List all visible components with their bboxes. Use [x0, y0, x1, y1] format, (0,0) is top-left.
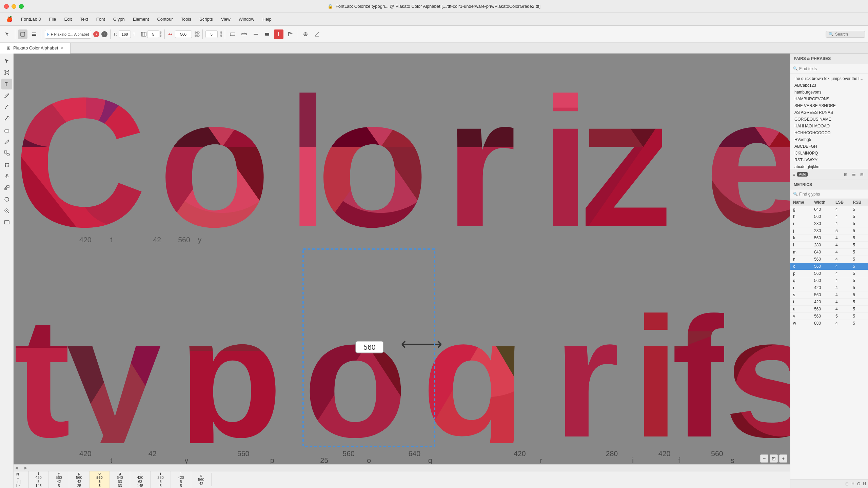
phrase-item[interactable]: HAMBURGEVONS [790, 96, 868, 102]
menu-element[interactable]: Element [130, 15, 153, 23]
toolbar-kern-btn[interactable] [274, 29, 283, 39]
width-input[interactable] [175, 30, 192, 38]
maximize-button[interactable] [19, 4, 24, 9]
apple-menu[interactable]: 🍎 [3, 16, 16, 22]
find-glyphs-input[interactable] [799, 192, 865, 197]
phrase-item[interactable]: HAHHAOHAOOAO [790, 123, 868, 129]
tab-plakato[interactable]: ⊞ Plakato Color Alphabet ✕ [0, 43, 71, 54]
view-detail-icon[interactable]: ⊟ [859, 171, 865, 178]
menu-scripts[interactable]: Scripts [196, 15, 216, 23]
menu-help[interactable]: Help [259, 15, 275, 23]
toolbar-flag-btn[interactable] [285, 29, 295, 39]
phrase-item[interactable]: ABCabc123 [790, 82, 868, 89]
tool-eraser[interactable] [1, 125, 12, 136]
glyph-table-row[interactable]: p56045 [790, 270, 868, 277]
phrase-item[interactable]: abcdefghijklm [790, 163, 868, 169]
tool-text[interactable]: T [1, 79, 12, 89]
toolbar-search-input[interactable] [835, 32, 862, 37]
glyph-table-row[interactable]: q56045 [790, 277, 868, 284]
toolbar-angle-btn[interactable] [312, 29, 322, 39]
phrase-item[interactable]: hamburgevons [790, 89, 868, 96]
metrics-icon-2[interactable]: H [851, 482, 854, 486]
menu-view[interactable]: View [218, 15, 234, 23]
tool-brush[interactable] [1, 113, 12, 124]
glyph-table-row[interactable]: j28055 [790, 227, 868, 235]
menu-tools[interactable]: Tools [178, 15, 195, 23]
tool-rectangle[interactable] [1, 217, 12, 228]
font-selector[interactable]: F F Plakato C... Alphabet [45, 30, 91, 39]
tool-node[interactable] [1, 67, 12, 78]
zoom-in-btn[interactable]: + [779, 454, 787, 463]
menu-font[interactable]: Font [93, 15, 108, 23]
glyph-table-row[interactable]: n56045 [790, 256, 868, 263]
tool-shapes[interactable] [1, 148, 12, 159]
tool-transform[interactable] [1, 159, 12, 170]
glyph-table-row[interactable]: m84045 [790, 249, 868, 256]
glyph-table-row[interactable]: k56045 [790, 235, 868, 242]
toolbar-metrics-btn[interactable] [228, 29, 237, 39]
close-button[interactable] [4, 4, 9, 9]
metrics-icon-4[interactable]: H [863, 482, 866, 486]
tool-pen[interactable] [1, 102, 12, 113]
phrase-item[interactable]: GORGEOUS NAME [790, 116, 868, 123]
canvas-area[interactable]: C o l o r i z e [14, 54, 790, 488]
menu-glyph[interactable]: Glyph [110, 15, 128, 23]
font-fill-indicator[interactable]: ○ [101, 31, 107, 37]
phrase-item[interactable]: IJKLMNOPQ [790, 150, 868, 157]
glyph-table-row[interactable]: s56045 [790, 291, 868, 299]
menu-edit[interactable]: Edit [61, 15, 75, 23]
phrase-item[interactable]: HVxehg5 [790, 136, 868, 143]
phrase-item[interactable]: RSTUVWXY [790, 157, 868, 163]
tool-pencil[interactable] [1, 90, 12, 101]
glyph-table-row[interactable]: l28045 [790, 242, 868, 249]
phrase-item[interactable]: ABCDEFGH [790, 143, 868, 150]
find-texts-input[interactable] [799, 66, 865, 71]
glyph-table-row[interactable]: o56045 [790, 263, 868, 270]
glyph-table-row[interactable]: r42045 [790, 284, 868, 291]
glyph-table-row[interactable]: v56055 [790, 313, 868, 320]
toolbar-color-btn[interactable] [301, 29, 310, 39]
glyph-table-row[interactable]: w88045 [790, 320, 868, 327]
toolbar-line-btn[interactable] [251, 29, 260, 39]
view-list-icon[interactable]: ☰ [850, 171, 857, 178]
metrics-scroll-bar[interactable]: ◀ ▶ [14, 465, 790, 471]
glyph-table-row[interactable]: h56045 [790, 213, 868, 220]
phrase-item[interactable]: HCHHCOHCOOCO [790, 129, 868, 136]
column1-input[interactable] [147, 30, 159, 38]
font-color-indicator[interactable]: ● [93, 31, 99, 37]
toolbar-box-btn[interactable] [262, 29, 272, 39]
menu-text[interactable]: Text [77, 15, 92, 23]
toolbar-mode-select[interactable] [3, 29, 12, 39]
tool-anchor[interactable] [1, 171, 12, 182]
tool-pointer[interactable] [1, 56, 12, 66]
tool-knife[interactable] [1, 136, 12, 147]
toolbar-preview-btn[interactable] [18, 29, 27, 39]
tool-measure[interactable] [1, 194, 12, 205]
rsb-input[interactable] [205, 30, 218, 38]
menu-window[interactable]: Window [235, 15, 258, 23]
phrase-item[interactable]: SHE VERSE ASHORE [790, 102, 868, 109]
scroll-arrow-left[interactable]: ◀ [15, 466, 18, 470]
view-grid-icon[interactable]: ⊞ [842, 171, 849, 178]
tab-close-icon[interactable]: ✕ [61, 46, 63, 50]
tool-zoom[interactable] [1, 205, 12, 216]
zoom-out-btn[interactable]: − [760, 454, 768, 463]
zoom-fit-btn[interactable]: ⊡ [770, 454, 778, 463]
toolbar-panel-btn[interactable] [29, 29, 39, 39]
scroll-arrow-right[interactable]: ▶ [24, 466, 27, 470]
menu-file[interactable]: File [46, 15, 60, 23]
font-size-input[interactable] [119, 30, 131, 38]
toolbar-ruler-btn[interactable] [239, 29, 249, 39]
glyph-table-row[interactable]: u56045 [790, 306, 868, 313]
glyph-table-row[interactable]: t42045 [790, 299, 868, 306]
metrics-icon-3[interactable]: O [857, 482, 860, 486]
minimize-button[interactable] [12, 4, 16, 9]
tool-component[interactable] [1, 182, 12, 193]
phrase-item[interactable]: AS AGREES RUNAS [790, 109, 868, 116]
phrase-item[interactable]: the quick brown fox jumps over the lazy … [790, 75, 868, 82]
menu-fontlab[interactable]: FontLab 8 [18, 15, 44, 23]
glyph-table-row[interactable]: g64045 [790, 206, 868, 213]
menu-contour[interactable]: Contour [154, 15, 176, 23]
metrics-icon-1[interactable]: ⊞ [845, 482, 849, 486]
glyph-table-row[interactable]: i28045 [790, 220, 868, 227]
